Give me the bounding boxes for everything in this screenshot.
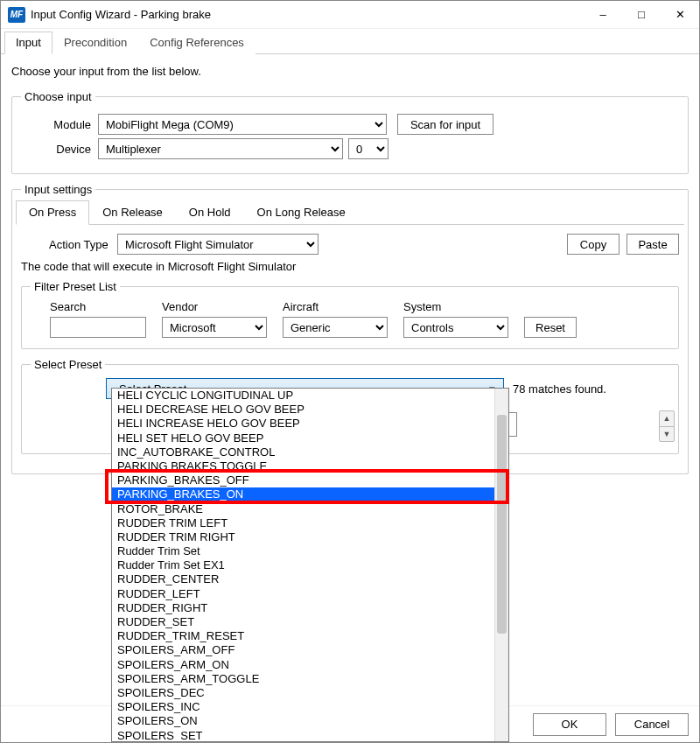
device-select[interactable]: Multiplexer	[98, 138, 343, 159]
device-label: Device	[21, 143, 98, 156]
preset-option[interactable]: PARKING_BRAKES_ON	[112, 487, 494, 501]
preset-option[interactable]: RUDDER_TRIM_RESET	[112, 629, 494, 643]
stepper-down-icon[interactable]: ▼	[660, 427, 674, 442]
preset-option[interactable]: SPOILERS_DEC	[112, 686, 494, 700]
tab-precondition[interactable]: Precondition	[52, 32, 138, 54]
cancel-button[interactable]: Cancel	[615, 713, 689, 736]
preset-option[interactable]: HELI INCREASE HELO GOV BEEP	[112, 417, 494, 431]
tab-input[interactable]: Input	[4, 32, 52, 54]
search-input[interactable]	[50, 317, 146, 338]
preset-option[interactable]: HELI SET HELO GOV BEEP	[112, 431, 494, 445]
preset-option[interactable]: SPOILERS_ARM_TOGGLE	[112, 672, 494, 686]
preset-option[interactable]: INC_AUTOBRAKE_CONTROL	[112, 445, 494, 459]
select-preset-legend: Select Preset	[31, 358, 105, 371]
preset-option[interactable]: SPOILERS_ON	[112, 714, 494, 728]
filter-preset-legend: Filter Preset List	[31, 280, 120, 293]
preset-option[interactable]: RUDDER_CENTER	[112, 572, 494, 586]
preset-option[interactable]: PARKING_BRAKES_OFF	[112, 473, 494, 487]
input-settings-legend: Input settings	[21, 183, 95, 196]
tab-config-references[interactable]: Config References	[138, 32, 256, 54]
device-index-select[interactable]: 0	[348, 138, 388, 159]
aircraft-label: Aircraft	[283, 300, 388, 313]
vendor-select[interactable]: Microsoft	[162, 317, 267, 338]
filter-preset-group: Filter Preset List Search Vendor Microso…	[21, 280, 679, 349]
preset-option[interactable]: RUDDER_SET	[112, 615, 494, 629]
vendor-label: Vendor	[162, 300, 267, 313]
window-title: Input Config Wizard - Parking brake	[31, 8, 584, 21]
scrollbar-thumb[interactable]	[497, 415, 507, 634]
preset-option[interactable]: RUDDER_RIGHT	[112, 601, 494, 615]
stepper-up-icon[interactable]: ▲	[660, 411, 674, 427]
scan-for-input-button[interactable]: Scan for input	[397, 114, 494, 135]
preset-option[interactable]: RUDDER TRIM LEFT	[112, 516, 494, 530]
module-select[interactable]: MobiFlight Mega (COM9)	[98, 114, 387, 135]
system-label: System	[403, 300, 508, 313]
copy-button[interactable]: Copy	[567, 234, 620, 255]
preset-option[interactable]: RUDDER TRIM RIGHT	[112, 530, 494, 544]
search-label: Search	[50, 300, 146, 313]
preset-option[interactable]: HELI CYCLIC LONGITUDINAL UP	[112, 389, 494, 403]
minimize-button[interactable]: –	[584, 1, 622, 28]
system-select[interactable]: Controls	[403, 317, 508, 338]
app-icon: MF	[8, 7, 25, 23]
value-stepper[interactable]: ▲ ▼	[659, 410, 675, 442]
preset-option[interactable]: SPOILERS_SET	[112, 729, 494, 742]
event-tabs: On Press On Release On Hold On Long Rele…	[16, 200, 684, 225]
choose-input-legend: Choose input	[21, 90, 95, 103]
action-type-select[interactable]: Microsoft Flight Simulator	[117, 234, 318, 255]
matches-count: 78 matches found.	[513, 382, 606, 396]
aircraft-select[interactable]: Generic	[283, 317, 388, 338]
instruction-text: Choose your input from the list below.	[11, 65, 689, 78]
choose-input-group: Choose input Module MobiFlight Mega (COM…	[11, 90, 689, 174]
main-tabs: Input Precondition Config References	[1, 31, 699, 54]
ok-button[interactable]: OK	[533, 713, 606, 736]
code-description: The code that will execute in Microsoft …	[21, 260, 679, 273]
module-label: Module	[21, 118, 98, 131]
preset-dropdown-list[interactable]: HELI CYCLIC LONGITUDINAL UPHELI DECREASE…	[111, 388, 509, 742]
tab-on-press[interactable]: On Press	[16, 200, 89, 225]
preset-option[interactable]: SPOILERS_INC	[112, 700, 494, 714]
tab-on-hold[interactable]: On Hold	[176, 200, 244, 225]
preset-option[interactable]: Rudder Trim Set	[112, 544, 494, 558]
tab-on-release[interactable]: On Release	[89, 200, 176, 225]
dropdown-scrollbar[interactable]	[494, 389, 508, 741]
preset-option[interactable]: HELI DECREASE HELO GOV BEEP	[112, 403, 494, 417]
close-button[interactable]: ✕	[661, 1, 699, 28]
title-bar: MF Input Config Wizard - Parking brake –…	[1, 1, 699, 29]
action-type-label: Action Type	[21, 238, 117, 251]
preset-option[interactable]: ROTOR_BRAKE	[112, 502, 494, 516]
preset-option[interactable]: PARKING BRAKES TOGGLE	[112, 459, 494, 473]
reset-filter-button[interactable]: Reset	[524, 317, 577, 338]
preset-option[interactable]: RUDDER_LEFT	[112, 587, 494, 601]
paste-button[interactable]: Paste	[626, 234, 679, 255]
maximize-button[interactable]: □	[622, 1, 661, 28]
preset-option[interactable]: SPOILERS_ARM_ON	[112, 658, 494, 672]
preset-option[interactable]: Rudder Trim Set EX1	[112, 558, 494, 572]
tab-on-long-release[interactable]: On Long Release	[244, 200, 359, 225]
preset-option[interactable]: SPOILERS_ARM_OFF	[112, 643, 494, 657]
